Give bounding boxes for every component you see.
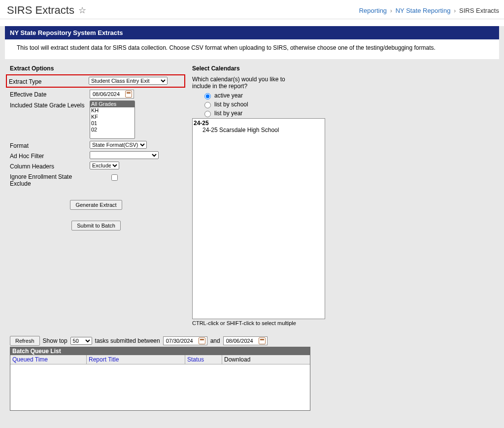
adhoc-filter-select[interactable] [90, 151, 159, 159]
radio-active-year-label: active year [214, 92, 243, 99]
show-top-label: Show top [43, 337, 67, 344]
format-label: Format [10, 141, 90, 149]
refresh-button[interactable]: Refresh [10, 336, 40, 346]
breadcrumb-ny-state-reporting[interactable]: NY State Reporting [396, 7, 451, 14]
panel-banner: NY State Repository System Extracts [5, 26, 499, 39]
favorite-star-icon[interactable]: ☆ [78, 5, 86, 16]
col-queued-time[interactable]: Queued Time [10, 355, 87, 364]
calendar-hint: CTRL-click or SHIFT-click to select mult… [192, 320, 335, 326]
breadcrumb-current: SIRS Extracts [459, 7, 499, 14]
radio-active-year[interactable] [204, 93, 211, 99]
between-label: tasks submitted between [95, 337, 160, 344]
to-date-input[interactable] [225, 337, 257, 344]
calendar-year: 24-25 [194, 120, 324, 127]
radio-list-by-school[interactable] [204, 102, 211, 108]
from-date-input[interactable] [165, 337, 197, 344]
effective-date-input[interactable] [92, 91, 123, 98]
extract-type-highlight: Extract Type Student Class Entry Exit [6, 74, 185, 88]
generate-extract-button[interactable]: Generate Extract [70, 200, 122, 210]
breadcrumb: Reporting › NY State Reporting › SIRS Ex… [359, 7, 499, 14]
calendar-icon[interactable] [259, 337, 266, 344]
extract-type-label: Extract Type [9, 77, 89, 85]
format-select[interactable]: State Format(CSV) [90, 141, 147, 149]
calendar-prompt: Which calendar(s) would you like to incl… [192, 76, 305, 90]
chevron-right-icon: › [454, 7, 456, 14]
grade-levels-label: Included State Grade Levels [10, 100, 90, 109]
ignore-exclude-checkbox[interactable] [111, 174, 118, 181]
adhoc-filter-label: Ad Hoc Filter [10, 151, 90, 160]
and-label: and [210, 337, 220, 344]
chevron-right-icon: › [390, 7, 392, 14]
batch-queue-title: Batch Queue List [10, 347, 310, 355]
col-report-title[interactable]: Report Title [87, 355, 185, 364]
col-status[interactable]: Status [185, 355, 222, 364]
effective-date-label: Effective Date [10, 90, 90, 98]
extract-type-select[interactable]: Student Class Entry Exit [89, 77, 168, 85]
calendar-icon[interactable] [199, 337, 205, 344]
column-headers-label: Column Headers [10, 162, 90, 170]
show-top-select[interactable]: 50 [70, 337, 92, 345]
batch-queue-list: Batch Queue List Queued Time Report Titl… [10, 347, 310, 411]
calendar-icon[interactable] [125, 91, 132, 98]
col-download: Download [222, 355, 310, 364]
select-calendars-title: Select Calendars [192, 65, 335, 72]
radio-list-by-year-label: list by year [214, 110, 242, 117]
calendar-list[interactable]: 24-25 24-25 Scarsdale High School [192, 118, 325, 319]
ignore-exclude-label: Ignore Enrollment State Exclude [10, 172, 90, 188]
radio-list-by-year[interactable] [204, 111, 211, 117]
radio-list-by-school-label: list by school [214, 101, 248, 108]
page-title: SIRS Extracts [7, 4, 74, 17]
extract-options-title: Extract Options [10, 65, 182, 72]
calendar-school-item[interactable]: 24-25 Scarsdale High School [194, 127, 324, 133]
intro-text: This tool will extract student data for … [5, 39, 499, 59]
column-headers-select[interactable]: Exclude [90, 162, 119, 169]
submit-to-batch-button[interactable]: Submit to Batch [71, 221, 121, 230]
grade-levels-select[interactable]: All Grades KH KF 01 02 [90, 100, 135, 139]
breadcrumb-reporting[interactable]: Reporting [359, 7, 387, 14]
